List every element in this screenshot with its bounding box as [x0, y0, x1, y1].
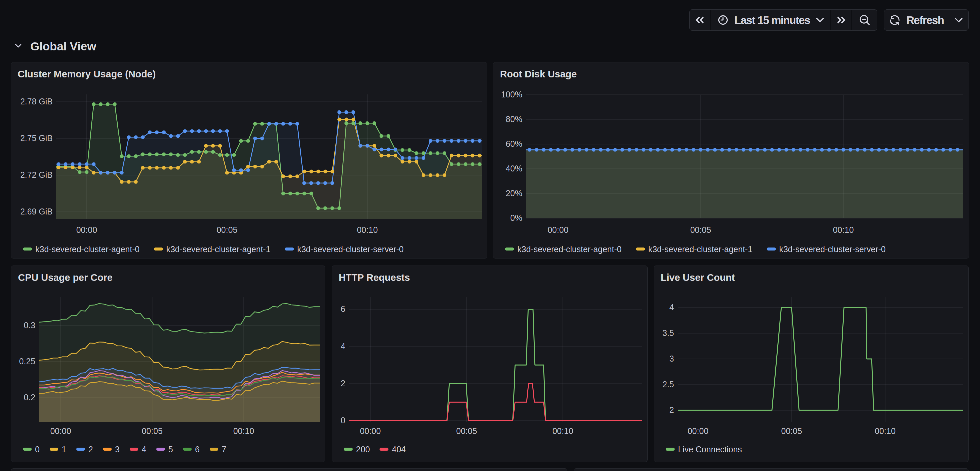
svg-text:0: 0 — [35, 445, 40, 454]
svg-text:0.25: 0.25 — [19, 357, 35, 366]
svg-text:00:05: 00:05 — [142, 426, 163, 436]
svg-text:00:05: 00:05 — [217, 225, 238, 235]
svg-text:3: 3 — [115, 445, 120, 454]
svg-text:00:10: 00:10 — [233, 426, 255, 436]
svg-text:HTTP Requests: HTTP Requests — [339, 272, 410, 283]
svg-text:6: 6 — [195, 445, 200, 454]
svg-text:2: 2 — [669, 405, 674, 415]
svg-text:00:10: 00:10 — [552, 426, 573, 436]
svg-text:2.75 GiB: 2.75 GiB — [20, 133, 52, 143]
svg-text:k3d-severed-cluster-agent-0: k3d-severed-cluster-agent-0 — [517, 244, 622, 254]
svg-text:Live User Count: Live User Count — [661, 272, 735, 283]
svg-text:6: 6 — [340, 304, 345, 313]
svg-text:00:05: 00:05 — [781, 426, 802, 436]
svg-text:200: 200 — [356, 445, 370, 454]
svg-text:3.5: 3.5 — [662, 328, 674, 338]
svg-text:2: 2 — [88, 445, 93, 454]
svg-text:404: 404 — [392, 445, 406, 454]
svg-text:00:00: 00:00 — [688, 426, 709, 436]
svg-text:2.69 GiB: 2.69 GiB — [20, 207, 52, 216]
svg-text:CPU Usage per Core: CPU Usage per Core — [18, 272, 113, 283]
svg-text:0.2: 0.2 — [24, 393, 35, 402]
svg-text:20%: 20% — [506, 188, 522, 198]
svg-text:k3d-severed-cluster-agent-1: k3d-severed-cluster-agent-1 — [166, 244, 270, 254]
svg-text:k3d-severed-cluster-server-0: k3d-severed-cluster-server-0 — [779, 244, 886, 254]
svg-text:1: 1 — [62, 445, 66, 454]
svg-text:k3d-severed-cluster-agent-1: k3d-severed-cluster-agent-1 — [648, 244, 752, 254]
svg-text:5: 5 — [168, 445, 173, 454]
svg-text:0: 0 — [340, 416, 345, 425]
svg-text:4: 4 — [340, 342, 345, 351]
svg-text:80%: 80% — [506, 114, 522, 124]
svg-text:4: 4 — [142, 445, 146, 454]
svg-text:7: 7 — [222, 445, 226, 454]
svg-text:k3d-severed-cluster-server-0: k3d-severed-cluster-server-0 — [297, 244, 404, 254]
svg-text:00:10: 00:10 — [357, 225, 378, 235]
svg-text:4: 4 — [669, 303, 674, 312]
svg-text:2: 2 — [340, 378, 345, 388]
svg-text:k3d-severed-cluster-agent-0: k3d-severed-cluster-agent-0 — [35, 244, 140, 254]
svg-text:00:10: 00:10 — [833, 225, 854, 235]
svg-text:2.72 GiB: 2.72 GiB — [20, 170, 52, 179]
svg-text:00:05: 00:05 — [690, 225, 711, 235]
svg-text:100%: 100% — [501, 90, 522, 99]
svg-text:Cluster Memory Usage (Node): Cluster Memory Usage (Node) — [18, 69, 156, 80]
svg-text:2.5: 2.5 — [662, 380, 674, 389]
svg-text:00:00: 00:00 — [548, 225, 569, 235]
svg-text:00:00: 00:00 — [50, 426, 72, 436]
svg-text:2.78 GiB: 2.78 GiB — [20, 97, 52, 106]
svg-text:Live Connections: Live Connections — [678, 445, 742, 454]
svg-text:0.3: 0.3 — [24, 321, 35, 330]
svg-text:00:05: 00:05 — [457, 426, 477, 436]
svg-text:40%: 40% — [506, 164, 522, 173]
svg-text:3: 3 — [669, 354, 674, 363]
svg-text:60%: 60% — [506, 139, 522, 148]
svg-text:00:10: 00:10 — [875, 426, 896, 436]
svg-text:0%: 0% — [510, 213, 522, 222]
svg-text:00:00: 00:00 — [76, 225, 97, 235]
svg-text:Root Disk Usage: Root Disk Usage — [500, 69, 577, 80]
svg-text:00:00: 00:00 — [360, 426, 381, 436]
